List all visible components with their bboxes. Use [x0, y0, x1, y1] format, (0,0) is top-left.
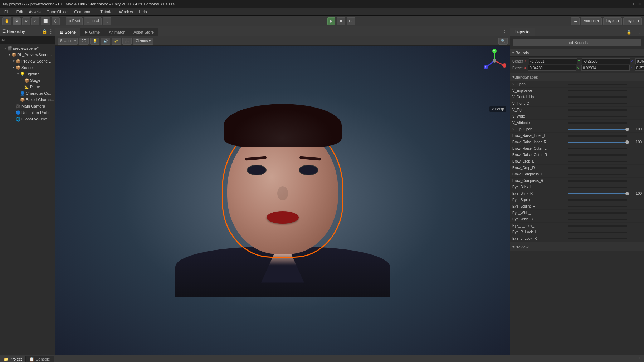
- edit-bounds-button[interactable]: Edit Bounds: [513, 39, 641, 46]
- layout-btn[interactable]: Layout ▾: [623, 17, 642, 25]
- bounds-section-header[interactable]: ▾ Bounds: [510, 49, 644, 57]
- tab-console[interactable]: 📋 Console: [26, 356, 54, 362]
- audio-btn[interactable]: 🔊: [101, 38, 110, 45]
- bottom-panel-more[interactable]: ⋮: [634, 355, 644, 362]
- menu-file[interactable]: File: [1, 9, 14, 15]
- preview-section[interactable]: ▾ Preview: [510, 242, 644, 251]
- hierarchy-item-globalvol[interactable]: 🌐 Global Volume: [0, 116, 55, 122]
- layers-btn[interactable]: Layers ▾: [603, 17, 622, 25]
- scene-view[interactable]: Y X Z < Persp: [55, 46, 510, 355]
- pause-btn[interactable]: ⏸: [337, 17, 345, 25]
- blendshapes-header[interactable]: ▾ BlendShapes: [510, 73, 644, 81]
- tool-scale[interactable]: ⤢: [31, 17, 39, 25]
- menu-gameobject[interactable]: GameObject: [44, 9, 72, 15]
- lights-btn[interactable]: 💡: [90, 38, 99, 45]
- hierarchy-item-previewscene[interactable]: ▾ 🎬 previewscene*: [0, 45, 55, 51]
- blendshape-slider-23[interactable]: [568, 232, 627, 233]
- blendshape-name: Eye_Wide_R: [512, 217, 566, 221]
- hierarchy-item-maincamera[interactable]: 🎥 Main Camera: [0, 103, 55, 109]
- tab-project[interactable]: 📁 Project: [0, 356, 26, 362]
- blendshape-slider-21[interactable]: [568, 219, 627, 220]
- blendshape-slider-18[interactable]: [568, 199, 627, 201]
- fx-btn[interactable]: ✨: [112, 38, 121, 45]
- bounds-extent-x[interactable]: [528, 65, 576, 71]
- scene-cam-btn[interactable]: 🎥: [122, 38, 132, 45]
- blendshape-slider-9[interactable]: [568, 142, 627, 143]
- blendshape-slider-12[interactable]: [568, 161, 627, 162]
- blendshape-slider-0[interactable]: [568, 84, 627, 85]
- persp-label[interactable]: < Persp: [489, 106, 506, 112]
- bounds-center-y[interactable]: [582, 58, 630, 64]
- blendshape-slider-2[interactable]: [568, 96, 627, 98]
- mode-2d-btn[interactable]: 2D: [79, 38, 89, 45]
- menu-assets[interactable]: Assets: [26, 9, 44, 15]
- gizmos-btn[interactable]: Gizmos ▾: [133, 38, 153, 45]
- scene-panel-more[interactable]: ⋮: [500, 28, 510, 36]
- hierarchy-item-charco[interactable]: 👤 Character Co...: [0, 90, 55, 96]
- blendshape-slider-17[interactable]: [568, 193, 627, 194]
- search-scene-btn[interactable]: 🔍: [498, 38, 508, 45]
- shading-dropdown[interactable]: Shaded: [58, 38, 78, 45]
- tab-scene[interactable]: 🖼 Scene: [55, 28, 80, 36]
- extra-tool[interactable]: ⬡: [103, 17, 111, 25]
- blendshape-slider-20[interactable]: [568, 212, 627, 214]
- blendshape-slider-13[interactable]: [568, 167, 627, 169]
- maximize-btn[interactable]: □: [631, 2, 634, 6]
- account-btn[interactable]: Account ▾: [581, 17, 602, 25]
- blendshape-slider-10[interactable]: [568, 148, 627, 149]
- tool-rect[interactable]: ⬜: [41, 17, 50, 25]
- cloud-btn[interactable]: ☁: [571, 17, 580, 25]
- tool-transform[interactable]: ⬡: [52, 17, 60, 25]
- hierarchy-more-btn[interactable]: ⋮: [49, 29, 53, 34]
- inspector-more-btn[interactable]: ⋮: [634, 29, 644, 36]
- blendshape-slider-15[interactable]: [568, 180, 627, 182]
- hierarchy-item-lighting[interactable]: ▾ 💡 Lighting: [0, 71, 55, 77]
- blendshape-slider-14[interactable]: [568, 174, 627, 175]
- tab-animator[interactable]: Animator: [104, 28, 129, 36]
- tree-label: Reflection Probe: [21, 110, 55, 115]
- hierarchy-item-plane[interactable]: 📐 Plane: [0, 84, 55, 90]
- bounds-extent-z[interactable]: [635, 65, 644, 71]
- menu-component[interactable]: Component: [71, 9, 97, 15]
- blendshape-slider-22[interactable]: [568, 225, 627, 227]
- blendshape-slider-6[interactable]: [568, 122, 627, 124]
- tab-game[interactable]: ▶ Game: [80, 28, 104, 36]
- tab-assetstore[interactable]: Asset Store: [129, 28, 158, 36]
- hierarchy-item-baked[interactable]: 📦 Baked Charac...: [0, 96, 55, 103]
- pivot-toggle[interactable]: ⊕ Pivot: [66, 17, 83, 25]
- inspector-lock-btn[interactable]: 🔒: [624, 29, 634, 36]
- blendshape-slider-24[interactable]: [568, 238, 627, 239]
- tool-rotate[interactable]: ↻: [22, 17, 30, 25]
- hierarchy-lock-btn[interactable]: 🔒: [42, 29, 47, 34]
- play-btn[interactable]: ▶: [327, 17, 335, 25]
- blendshape-slider-19[interactable]: [568, 206, 627, 207]
- hierarchy-item-rl[interactable]: ▾ 📦 RL_PreviewScenePre...: [0, 51, 55, 58]
- menu-help[interactable]: Help: [136, 9, 150, 15]
- blendshape-slider-7[interactable]: [568, 129, 627, 130]
- menu-window[interactable]: Window: [116, 9, 136, 15]
- hierarchy-item-stage[interactable]: 📦 Stage: [0, 77, 55, 84]
- minimize-btn[interactable]: ─: [624, 2, 627, 6]
- tool-hand[interactable]: ✋: [2, 17, 11, 25]
- blendshape-slider-5[interactable]: [568, 116, 627, 117]
- menu-tutorial[interactable]: Tutorial: [97, 9, 116, 15]
- blendshape-slider-4[interactable]: [568, 109, 627, 111]
- tab-inspector[interactable]: Inspector: [510, 28, 535, 36]
- blendshape-slider-3[interactable]: [568, 103, 627, 104]
- local-toggle[interactable]: ⊞ Local: [84, 17, 102, 25]
- hierarchy-item-scene[interactable]: ▾ 📦 Scene: [0, 64, 55, 71]
- blendshape-slider-16[interactable]: [568, 187, 627, 188]
- hierarchy-item-previewsceneco[interactable]: ▾ 📦 Preview Scene Co...: [0, 58, 55, 64]
- close-btn[interactable]: ✕: [638, 2, 641, 6]
- blendshape-slider-8[interactable]: [568, 135, 627, 137]
- bounds-center-x[interactable]: [529, 58, 577, 64]
- hierarchy-search-input[interactable]: [1, 38, 54, 42]
- blendshape-slider-1[interactable]: [568, 90, 627, 91]
- bounds-center-z[interactable]: [635, 58, 644, 64]
- blendshape-slider-11[interactable]: [568, 154, 627, 156]
- step-btn[interactable]: ⏭: [347, 17, 355, 25]
- tool-move[interactable]: ✥: [13, 17, 21, 25]
- bounds-extent-y[interactable]: [581, 65, 630, 71]
- menu-edit[interactable]: Edit: [14, 9, 26, 15]
- hierarchy-item-reflprobe[interactable]: 🔵 Reflection Probe: [0, 109, 55, 116]
